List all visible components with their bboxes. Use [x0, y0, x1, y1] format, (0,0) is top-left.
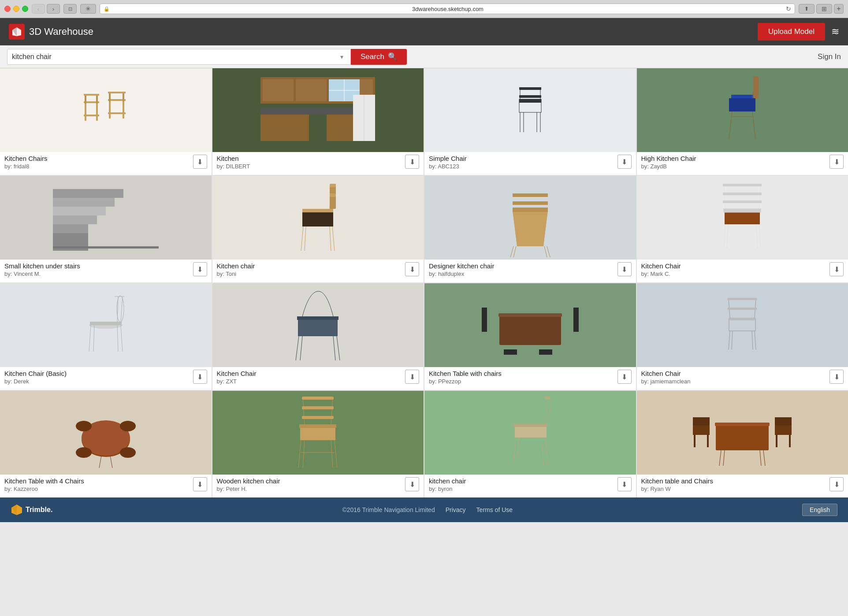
download-button-3[interactable]: ⬇ [617, 155, 632, 169]
reading-icon: ⊞ [822, 5, 827, 12]
item-image-1 [0, 68, 212, 152]
item-footer-13: Kitchen Table with 4 Chairs by: Kazzeroo… [0, 475, 212, 497]
item-title-4: High Kitchen Chair [641, 155, 830, 162]
item-footer-10: Kitchen Chair by: ZXT ⬇ [212, 367, 424, 390]
item-image-16 [637, 391, 848, 475]
grid-item-1[interactable]: Kitchen Chairs by: fridal8 ⬇ [0, 68, 212, 175]
svg-marker-69 [513, 211, 548, 246]
grid-item-3[interactable]: Simple Chair by: ABC123 ⬇ [424, 68, 636, 175]
reading-list-button[interactable]: ⊞ [816, 4, 832, 14]
item-image-2 [212, 68, 424, 152]
svg-rect-66 [330, 184, 336, 187]
sign-in-link[interactable]: Sign In [818, 52, 841, 61]
svg-rect-79 [725, 211, 760, 224]
item-author-11: by: PPezzop [429, 378, 617, 385]
language-button[interactable]: English [802, 504, 837, 516]
forward-icon: › [52, 6, 54, 12]
search-bar: ▾ Search 🔍 Sign In [0, 45, 848, 68]
minimize-button[interactable] [13, 6, 19, 12]
download-button-14[interactable]: ⬇ [405, 477, 419, 491]
grid-item-9[interactable]: Kitchen Chair (Basic) by: Derek ⬇ [0, 283, 212, 390]
download-button-15[interactable]: ⬇ [617, 477, 632, 491]
svg-rect-50 [53, 198, 115, 207]
svg-rect-103 [297, 316, 338, 320]
extensions-button[interactable]: ✳ [80, 4, 96, 14]
terms-link[interactable]: Terms of Use [476, 506, 513, 513]
share-button[interactable]: ⬆ [799, 4, 815, 14]
download-button-7[interactable]: ⬇ [617, 262, 632, 276]
address-bar[interactable]: 🔒 3dwarehouse.sketchup.com ↻ [100, 4, 795, 14]
download-button-13[interactable]: ⬇ [193, 477, 207, 491]
svg-rect-57 [302, 211, 333, 226]
upload-model-button[interactable]: Upload Model [758, 23, 825, 41]
download-button-1[interactable]: ⬇ [193, 155, 207, 169]
svg-rect-8 [109, 101, 111, 119]
item-image-9 [0, 283, 212, 367]
svg-rect-102 [298, 319, 338, 336]
grid-item-10[interactable]: Kitchen Chair by: ZXT ⬇ [212, 283, 424, 390]
sidebar-button[interactable]: ⊡ [63, 4, 77, 14]
svg-rect-47 [753, 76, 759, 98]
grid-item-4[interactable]: High Kitchen Chair by: ZaydB ⬇ [637, 68, 848, 175]
grid-item-12[interactable]: Kitchen Chair by: jamiemamclean ⬇ [637, 283, 848, 390]
svg-rect-126 [728, 298, 757, 300]
item-footer-3: Simple Chair by: ABC123 ⬇ [424, 152, 636, 175]
browser-chrome: ‹ › ⊡ ✳ 🔒 3dwarehouse.sketchup.com ↻ ⬆ [0, 0, 848, 18]
svg-rect-12 [84, 94, 99, 96]
download-button-10[interactable]: ⬇ [405, 370, 419, 384]
close-button[interactable] [4, 6, 11, 12]
item-footer-7: Designer kitchen chair by: halfduplex ⬇ [424, 260, 636, 282]
grid-item-7[interactable]: Designer kitchen chair by: halfduplex ⬇ [424, 176, 636, 282]
svg-rect-55 [53, 246, 159, 249]
reload-button[interactable]: ↻ [786, 5, 791, 12]
grid-item-13[interactable]: Kitchen Table with 4 Chairs by: Kazzeroo… [0, 391, 212, 497]
grid-item-16[interactable]: Kitchen table and Chairs by: Ryan W ⬇ [637, 391, 848, 497]
grid-item-6[interactable]: Kitchen chair by: Toni ⬇ [212, 176, 424, 282]
grid-item-2[interactable]: Kitchen by: DILBERT ⬇ [212, 68, 424, 175]
download-button-2[interactable]: ⬇ [405, 155, 419, 169]
search-input[interactable] [12, 53, 338, 61]
share-icon: ⬆ [804, 6, 809, 12]
svg-rect-164 [775, 425, 792, 435]
grid-item-11[interactable]: Kitchen Table with chairs by: PPezzop ⬇ [424, 283, 636, 390]
item-title-13: Kitchen Table with 4 Chairs [4, 477, 193, 485]
item-footer-12: Kitchen Chair by: jamiemamclean ⬇ [637, 367, 848, 390]
privacy-link[interactable]: Privacy [446, 506, 466, 513]
download-button-16[interactable]: ⬇ [829, 477, 844, 491]
item-image-15 [424, 391, 636, 475]
new-tab-button[interactable]: + [834, 4, 844, 14]
maximize-button[interactable] [22, 6, 28, 12]
svg-rect-168 [775, 417, 792, 425]
search-button[interactable]: Search 🔍 [351, 49, 407, 65]
svg-rect-52 [53, 215, 97, 224]
item-author-7: by: halfduplex [429, 271, 617, 277]
download-button-9[interactable]: ⬇ [193, 370, 207, 384]
back-button[interactable]: ‹ [32, 4, 45, 14]
forward-button[interactable]: › [47, 4, 60, 14]
download-button-11[interactable]: ⬇ [617, 370, 632, 384]
item-title-10: Kitchen Chair [217, 370, 405, 377]
svg-rect-10 [85, 95, 86, 104]
download-button-5[interactable]: ⬇ [193, 262, 207, 276]
grid-item-14[interactable]: Wooden kitchen chair by: Peter H. ⬇ [212, 391, 424, 497]
svg-rect-26 [260, 115, 309, 141]
download-button-8[interactable]: ⬇ [829, 262, 844, 276]
download-button-12[interactable]: ⬇ [829, 370, 844, 384]
item-author-10: by: ZXT [217, 378, 405, 385]
item-image-14 [212, 391, 424, 475]
svg-rect-110 [498, 313, 562, 317]
item-footer-9: Kitchen Chair (Basic) by: Derek ⬇ [0, 367, 212, 390]
item-title-8: Kitchen Chair [641, 262, 830, 270]
svg-rect-162 [694, 435, 696, 447]
download-button-4[interactable]: ⬇ [829, 155, 844, 169]
grid-item-5[interactable]: Small kitchen under stairs by: Vincent M… [0, 176, 212, 282]
svg-rect-31 [519, 99, 541, 103]
trimble-logo: Trimble. [11, 504, 52, 516]
dropdown-icon[interactable]: ▾ [338, 53, 346, 60]
grid-item-8[interactable]: Kitchen Chair by: Mark C. ⬇ [637, 176, 848, 282]
lock-icon: 🔒 [104, 6, 110, 12]
grid-item-15[interactable]: kitchen chair by: byron ⬇ [424, 391, 636, 497]
svg-rect-76 [513, 201, 548, 205]
download-button-6[interactable]: ⬇ [405, 262, 419, 276]
back-icon: ‹ [37, 6, 39, 12]
